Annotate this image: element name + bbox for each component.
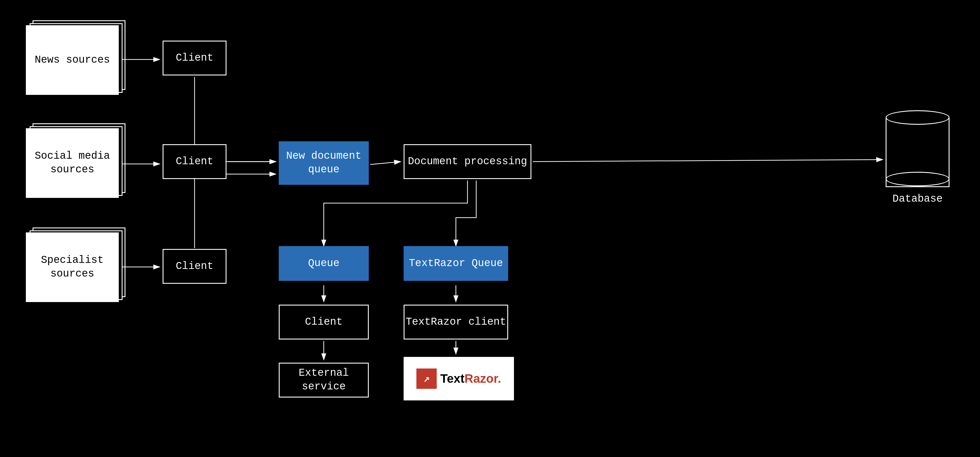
svg-line-5 [370,162,401,165]
database-label: Database [892,193,943,205]
database-top [886,110,950,125]
textrazor-queue-box: TextRazor Queue [404,246,508,281]
specialist-sources-label: Specialistsources [26,232,119,302]
database-body [886,117,950,187]
document-processing-box: Document processing [404,144,531,179]
database-bottom-arc [886,172,950,186]
social-media-sources-label: Social mediasources [26,128,119,198]
database-cylinder [886,110,950,187]
social-media-sources-box: Social mediasources [23,125,122,201]
textrazor-icon [417,368,437,389]
textrazor-text-label: TextRazor. [440,372,501,386]
client-specialist-box: Client [162,249,226,284]
textrazor-logo-box: TextRazor. [404,357,514,400]
database-container: Database [886,110,950,205]
queue-box: Queue [279,246,369,281]
client-bottom-box: Client [279,305,369,340]
news-sources-box: News sources [23,22,122,98]
specialist-sources-box: Specialistsources [23,230,122,305]
diagram: News sources Social mediasources Special… [0,0,980,457]
textrazor-client-box: TextRazor client [404,305,508,340]
news-sources-label: News sources [26,25,119,95]
textrazor-logo: TextRazor. [417,368,501,389]
client-social-box: Client [162,144,226,179]
client-news-box: Client [162,41,226,75]
svg-line-6 [533,160,883,162]
new-document-queue-box: New documentqueue [279,141,369,185]
external-service-box: External service [279,363,369,398]
